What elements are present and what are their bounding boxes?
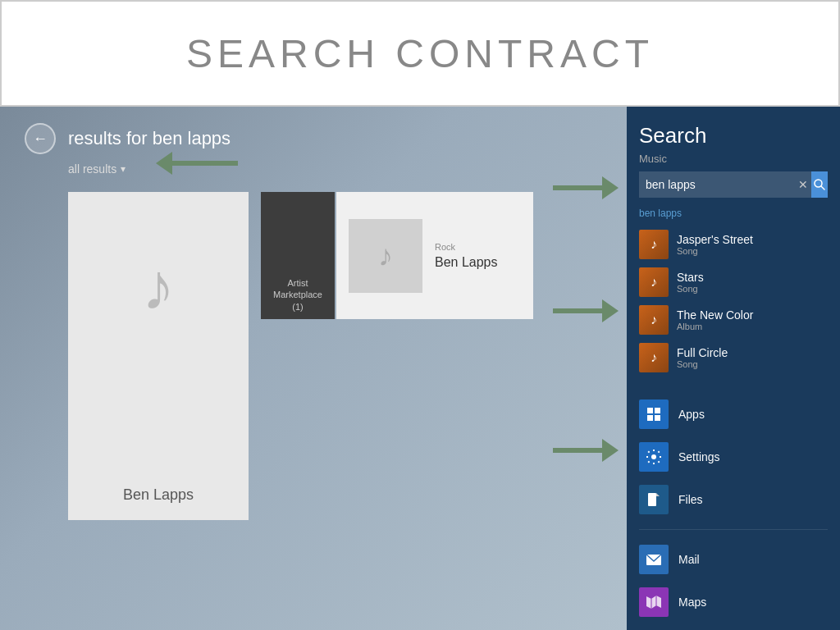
- music-result-type: Song: [677, 359, 728, 369]
- music-thumb: ♪: [639, 230, 669, 259]
- svg-marker-9: [646, 596, 661, 609]
- mail-icon: [639, 545, 669, 574]
- app-label-maps: Maps: [678, 596, 706, 609]
- search-input[interactable]: [639, 171, 796, 198]
- app-item-apps[interactable]: Apps: [639, 393, 828, 436]
- track-genre: Rock: [435, 242, 498, 252]
- main-area: ← results for ben lapps all results ▾ ♪ …: [0, 107, 840, 630]
- results-grid: ♪ Ben Lapps Artist Marketplace (1) ♪ Roc…: [68, 192, 602, 520]
- track-card[interactable]: ♪ Rock Ben Lapps: [336, 192, 533, 319]
- search-clear-button[interactable]: ✕: [796, 171, 811, 198]
- app-item-settings[interactable]: Settings: [639, 436, 828, 478]
- music-thumb-image: ♪: [639, 305, 669, 335]
- divider-apps: [639, 529, 828, 530]
- page-title: SEARCH CONTRACT: [186, 31, 654, 76]
- app-items-list: Apps Settings Files Mail Maps: [639, 393, 828, 623]
- chevron-down-icon: ▾: [121, 163, 126, 175]
- right-sidebar: Search Music ✕ ben lapps ♪ Jasper's Stre: [627, 107, 840, 630]
- back-button[interactable]: ←: [25, 123, 56, 154]
- music-thumb: ♪: [639, 343, 669, 372]
- music-thumb-image: ♪: [639, 267, 669, 297]
- query-label: ben lapps: [639, 208, 828, 219]
- files-icon: [639, 485, 669, 514]
- music-result-type: Song: [677, 246, 753, 256]
- music-note-small-icon: ♪: [651, 350, 657, 365]
- music-result-item[interactable]: ♪ Jasper's Street Song: [639, 226, 828, 263]
- music-result-title: Stars: [677, 271, 704, 284]
- sidebar-section-label: Music: [639, 153, 828, 165]
- search-box-container: ✕: [639, 171, 828, 198]
- maps-icon: [639, 587, 669, 617]
- music-result-info: Full Circle Song: [677, 346, 728, 369]
- track-card-info: Rock Ben Lapps: [435, 242, 498, 270]
- apps-icon: [639, 399, 669, 429]
- app-item-maps[interactable]: Maps: [639, 581, 828, 623]
- music-note-icon: ♪: [378, 239, 393, 273]
- app-label-apps: Apps: [678, 408, 705, 421]
- results-title: results for ben lapps: [68, 128, 231, 149]
- app-label-files: Files: [678, 493, 703, 506]
- search-go-button[interactable]: [811, 171, 828, 198]
- track-artist-name: Ben Lapps: [435, 255, 498, 270]
- artist-card[interactable]: ♪ Ben Lapps: [68, 192, 249, 520]
- music-result-info: Stars Song: [677, 271, 704, 294]
- svg-point-6: [651, 454, 656, 459]
- all-results-dropdown[interactable]: all results ▾: [68, 162, 602, 176]
- music-result-item[interactable]: ♪ The New Color Album: [639, 301, 828, 339]
- sidebar-title: Search: [639, 123, 828, 148]
- svg-rect-2: [647, 408, 653, 413]
- music-note-small-icon: ♪: [651, 313, 657, 327]
- music-result-item[interactable]: ♪ Stars Song: [639, 263, 828, 301]
- music-thumb-image: ♪: [639, 230, 669, 259]
- app-item-files[interactable]: Files: [639, 478, 828, 521]
- music-result-title: Full Circle: [677, 346, 728, 359]
- left-panel-header: ← results for ben lapps: [25, 123, 602, 154]
- svg-rect-7: [648, 493, 656, 506]
- search-icon: [814, 179, 825, 190]
- app-label-settings: Settings: [678, 450, 720, 463]
- app-item-mail[interactable]: Mail: [639, 538, 828, 581]
- music-result-title: Jasper's Street: [677, 233, 753, 246]
- marketplace-card[interactable]: Artist Marketplace (1): [261, 192, 335, 319]
- music-result-type: Album: [677, 322, 753, 331]
- music-note-large-icon: ♪: [142, 249, 175, 325]
- music-note-small-icon: ♪: [651, 275, 657, 290]
- music-result-info: Jasper's Street Song: [677, 233, 753, 256]
- music-thumb: ♪: [639, 267, 669, 297]
- svg-line-1: [821, 186, 824, 189]
- music-thumb: ♪: [639, 305, 669, 335]
- music-result-info: The New Color Album: [677, 308, 753, 331]
- settings-icon: [639, 442, 669, 472]
- svg-rect-3: [655, 408, 660, 413]
- svg-rect-5: [655, 415, 660, 421]
- music-results-list: ♪ Jasper's Street Song ♪ Stars Song ♪: [639, 226, 828, 377]
- song-cards: Artist Marketplace (1) ♪ Rock Ben Lapps: [261, 192, 533, 319]
- track-card-thumbnail: ♪: [349, 219, 422, 293]
- svg-rect-4: [647, 415, 653, 421]
- app-label-mail: Mail: [678, 553, 700, 566]
- music-result-title: The New Color: [677, 308, 753, 322]
- music-result-item[interactable]: ♪ Full Circle Song: [639, 339, 828, 377]
- music-thumb-image: ♪: [639, 343, 669, 372]
- marketplace-card-text: Artist Marketplace (1): [267, 277, 328, 313]
- all-results-label: all results: [68, 162, 116, 176]
- top-bar: SEARCH CONTRACT: [0, 0, 840, 107]
- artist-card-name: Ben Lapps: [123, 470, 194, 504]
- music-result-type: Song: [677, 284, 704, 294]
- music-note-small-icon: ♪: [651, 237, 657, 252]
- left-panel: ← results for ben lapps all results ▾ ♪ …: [0, 107, 627, 630]
